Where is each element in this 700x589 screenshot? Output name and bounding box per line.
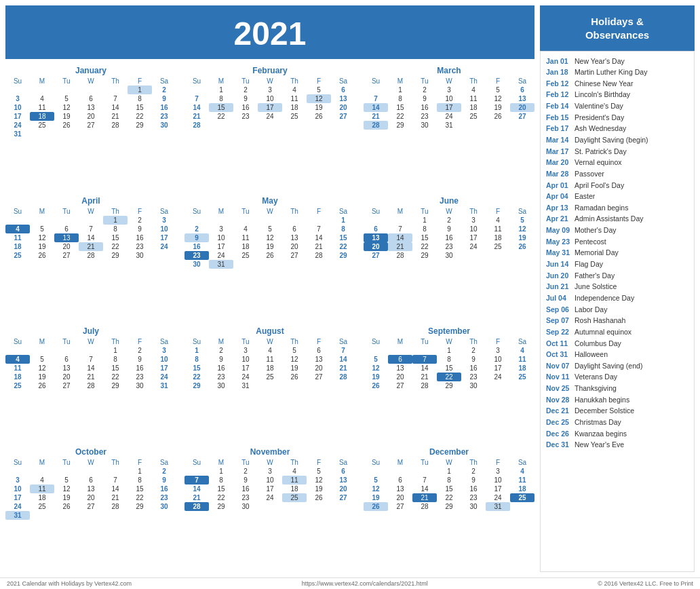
calendar-day[interactable]: 18 bbox=[5, 373, 30, 381]
calendar-day[interactable]: 28 bbox=[184, 121, 209, 130]
calendar-day[interactable]: 5 bbox=[282, 346, 307, 355]
calendar-day[interactable]: 4 bbox=[30, 476, 54, 484]
calendar-day[interactable]: 9 bbox=[437, 225, 461, 233]
calendar-day[interactable] bbox=[412, 346, 437, 355]
calendar-day[interactable]: 13 bbox=[307, 355, 331, 364]
calendar-day[interactable]: 24 bbox=[461, 242, 486, 251]
calendar-day[interactable]: 28 bbox=[184, 502, 209, 511]
calendar-day[interactable]: 2 bbox=[184, 225, 209, 233]
calendar-day[interactable]: 12 bbox=[30, 233, 54, 242]
calendar-day[interactable]: 8 bbox=[184, 355, 209, 364]
calendar-day[interactable]: 7 bbox=[388, 225, 412, 233]
calendar-day[interactable]: 26 bbox=[486, 112, 510, 121]
calendar-day[interactable] bbox=[258, 381, 282, 390]
calendar-day[interactable]: 18 bbox=[282, 484, 307, 493]
calendar-day[interactable]: 10 bbox=[486, 355, 510, 364]
calendar-day[interactable]: 23 bbox=[233, 493, 258, 502]
calendar-day[interactable]: 18 bbox=[510, 364, 534, 373]
calendar-day[interactable]: 7 bbox=[307, 225, 331, 233]
calendar-day[interactable]: 31 bbox=[209, 260, 233, 269]
calendar-day[interactable]: 20 bbox=[388, 373, 412, 381]
calendar-day[interactable]: 4 bbox=[486, 216, 510, 225]
calendar-day[interactable]: 4 bbox=[258, 346, 282, 355]
calendar-day[interactable]: 6 bbox=[510, 86, 534, 94]
calendar-day[interactable]: 23 bbox=[152, 493, 176, 502]
calendar-day[interactable]: 4 bbox=[510, 467, 534, 476]
calendar-day[interactable] bbox=[331, 381, 355, 390]
calendar-day[interactable]: 2 bbox=[152, 467, 176, 476]
calendar-day[interactable]: 16 bbox=[412, 103, 437, 112]
calendar-day[interactable]: 2 bbox=[461, 467, 486, 476]
calendar-day[interactable]: 7 bbox=[103, 476, 128, 484]
calendar-day[interactable]: 3 bbox=[5, 94, 30, 103]
calendar-day[interactable]: 4 bbox=[282, 467, 307, 476]
calendar-day[interactable]: 6 bbox=[79, 94, 103, 103]
calendar-day[interactable]: 11 bbox=[30, 484, 54, 493]
calendar-day[interactable]: 6 bbox=[54, 225, 79, 233]
calendar-day[interactable]: 20 bbox=[282, 242, 307, 251]
calendar-day[interactable]: 29 bbox=[331, 251, 355, 260]
calendar-day[interactable]: 10 bbox=[5, 103, 30, 112]
calendar-day[interactable]: 21 bbox=[307, 242, 331, 251]
calendar-day[interactable]: 13 bbox=[388, 484, 412, 493]
calendar-day[interactable]: 24 bbox=[5, 502, 30, 511]
calendar-day[interactable]: 17 bbox=[5, 112, 30, 121]
calendar-day[interactable]: 11 bbox=[486, 225, 510, 233]
calendar-day[interactable]: 29 bbox=[209, 502, 233, 511]
calendar-day[interactable]: 24 bbox=[233, 373, 258, 381]
calendar-day[interactable] bbox=[54, 216, 79, 225]
calendar-day[interactable] bbox=[307, 121, 331, 130]
calendar-day[interactable] bbox=[209, 121, 233, 130]
calendar-day[interactable] bbox=[79, 346, 103, 355]
calendar-day[interactable]: 26 bbox=[30, 251, 54, 260]
calendar-day[interactable]: 16 bbox=[461, 364, 486, 373]
calendar-day[interactable]: 30 bbox=[128, 381, 152, 390]
calendar-day[interactable]: 30 bbox=[152, 121, 176, 130]
calendar-day[interactable]: 23 bbox=[152, 112, 176, 121]
calendar-day[interactable]: 5 bbox=[54, 94, 79, 103]
calendar-day[interactable]: 2 bbox=[128, 346, 152, 355]
calendar-day[interactable]: 10 bbox=[233, 355, 258, 364]
calendar-day[interactable]: 30 bbox=[437, 251, 461, 260]
calendar-day[interactable]: 29 bbox=[103, 251, 128, 260]
calendar-day[interactable] bbox=[510, 502, 534, 511]
calendar-day[interactable]: 4 bbox=[282, 86, 307, 94]
calendar-day[interactable]: 14 bbox=[103, 484, 128, 493]
calendar-day[interactable]: 13 bbox=[331, 94, 355, 103]
calendar-day[interactable] bbox=[209, 216, 233, 225]
calendar-day[interactable]: 18 bbox=[233, 242, 258, 251]
calendar-day[interactable] bbox=[258, 260, 282, 269]
calendar-day[interactable]: 23 bbox=[233, 112, 258, 121]
calendar-day[interactable]: 21 bbox=[184, 493, 209, 502]
calendar-day[interactable]: 19 bbox=[54, 493, 79, 502]
calendar-day[interactable]: 25 bbox=[5, 381, 30, 390]
calendar-day[interactable]: 27 bbox=[54, 381, 79, 390]
calendar-day[interactable] bbox=[307, 216, 331, 225]
calendar-day[interactable]: 4 bbox=[30, 94, 54, 103]
calendar-day[interactable]: 27 bbox=[331, 493, 355, 502]
calendar-day[interactable]: 12 bbox=[510, 225, 534, 233]
calendar-day[interactable]: 19 bbox=[364, 493, 388, 502]
calendar-day[interactable]: 3 bbox=[5, 476, 30, 484]
calendar-day[interactable]: 24 bbox=[152, 242, 176, 251]
calendar-day[interactable]: 11 bbox=[258, 355, 282, 364]
calendar-day[interactable]: 12 bbox=[307, 476, 331, 484]
calendar-day[interactable]: 7 bbox=[331, 346, 355, 355]
calendar-day[interactable]: 25 bbox=[5, 251, 30, 260]
calendar-day[interactable]: 23 bbox=[437, 242, 461, 251]
calendar-day[interactable]: 22 bbox=[388, 112, 412, 121]
calendar-day[interactable] bbox=[258, 502, 282, 511]
calendar-day[interactable] bbox=[30, 511, 54, 520]
calendar-day[interactable]: 5 bbox=[510, 216, 534, 225]
calendar-day[interactable]: 23 bbox=[184, 251, 209, 260]
calendar-day[interactable]: 5 bbox=[364, 355, 388, 364]
calendar-day[interactable]: 13 bbox=[79, 103, 103, 112]
calendar-day[interactable]: 8 bbox=[412, 225, 437, 233]
calendar-day[interactable]: 25 bbox=[461, 112, 486, 121]
calendar-day[interactable]: 10 bbox=[152, 355, 176, 364]
calendar-day[interactable]: 9 bbox=[128, 355, 152, 364]
calendar-day[interactable]: 21 bbox=[103, 112, 128, 121]
calendar-day[interactable] bbox=[54, 346, 79, 355]
calendar-day[interactable]: 11 bbox=[5, 364, 30, 373]
calendar-day[interactable]: 1 bbox=[103, 216, 128, 225]
